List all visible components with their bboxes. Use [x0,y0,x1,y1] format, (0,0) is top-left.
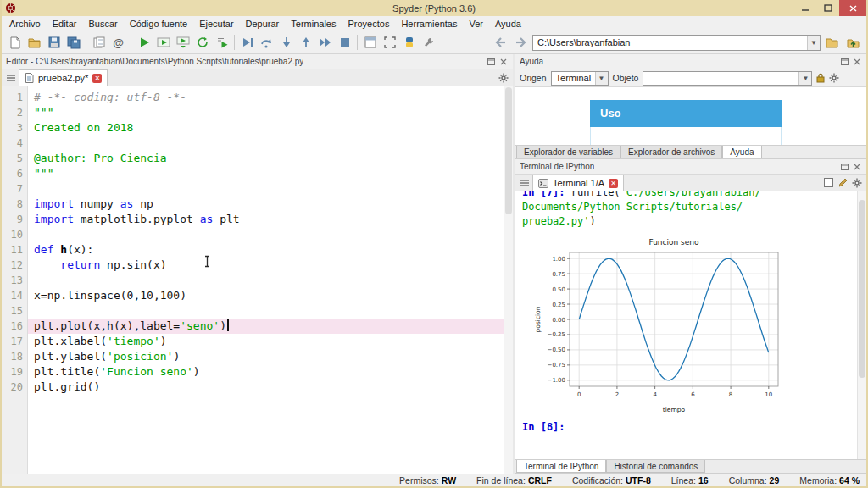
browse-tabs-icon[interactable] [3,70,19,86]
back-button[interactable] [490,33,509,53]
code-line-1[interactable]: # -*- coding: utf-8 -*- [34,90,504,105]
code-line-17[interactable]: plt.xlabel('tiempo') [34,334,504,349]
close-pane-icon[interactable] [500,58,507,65]
parent-directory-button[interactable] [843,33,863,53]
code-line-18[interactable]: plt.ylabel('posicion') [34,349,504,364]
symbol-finder-button[interactable]: @ [108,33,128,53]
tab-ayuda[interactable]: Ayuda [722,146,761,158]
code-line-20[interactable]: plt.grid() [34,380,504,395]
stop-debug-button[interactable] [335,33,354,53]
rerun-cell-button[interactable] [192,33,212,53]
code-line-11[interactable]: def h(x): [34,242,504,258]
console-options-gear-icon[interactable] [852,178,862,188]
run-selection-button[interactable] [212,33,231,53]
menu-terminales[interactable]: Terminales [285,16,342,31]
close-pane-icon[interactable] [854,164,860,170]
code-line-13[interactable] [34,273,504,288]
code-text-area[interactable]: # -*- coding: utf-8 -*-"""Created on 201… [28,86,504,474]
tab-terminal-de-ipython[interactable]: Terminal de IPython [516,460,606,473]
undock-pane-icon[interactable] [841,58,849,65]
code-line-19[interactable]: plt.title('Funcion seno') [34,364,504,380]
console-prompt[interactable]: In [8]: [522,420,866,435]
help-options-gear-icon[interactable] [829,73,839,83]
console-tab-label: Terminal 1/A [553,178,604,188]
code-line-5[interactable]: @author: Pro_Ciencia [34,151,504,166]
step-into-button[interactable] [276,33,296,53]
run-cell-button[interactable] [153,33,173,53]
code-line-12[interactable]: return np.sin(x) [34,258,504,273]
run-file-button[interactable] [134,33,153,53]
preferences-button[interactable] [419,33,438,53]
pythonpath-manager-button[interactable] [399,33,419,53]
forward-button[interactable] [511,33,531,53]
chevron-down-icon[interactable]: ▼ [798,72,811,85]
code-line-2[interactable]: """ [34,105,504,120]
code-line-3[interactable]: Created on 2018 [34,120,504,136]
code-line-15[interactable] [34,303,504,319]
tab-close-icon[interactable]: ✕ [609,179,618,188]
minimize-button[interactable] [793,0,816,16]
back-arrow-icon [493,36,507,48]
console-output-area[interactable]: In [7]: runfile('C:/Users/brayanfabian/D… [515,191,866,459]
tab-explorador-de-archivos[interactable]: Explorador de archivos [620,146,722,158]
tab-close-icon[interactable]: ✕ [92,74,102,83]
new-window-icon[interactable] [824,178,833,187]
editor-pane-title: Editor - C:\Users\brayanfabian\Documents… [6,57,303,66]
editor-scrollbar[interactable] [504,86,513,474]
menu-depurar[interactable]: Depurar [240,16,286,31]
save-file-button[interactable] [44,33,64,53]
code-line-16[interactable]: plt.plot(x,h(x),label='seno') [28,319,504,334]
menu-editar[interactable]: Editar [47,16,83,31]
close-pane-icon[interactable] [854,58,860,65]
run-cell-advance-button[interactable] [173,33,192,53]
menu-ejecutar[interactable]: Ejecutar [193,16,239,31]
menu-proyectos[interactable]: Proyectos [342,16,395,31]
chevron-down-icon[interactable]: ▼ [807,36,820,50]
step-return-button[interactable] [296,33,315,53]
menu-archivo[interactable]: Archivo [3,16,47,31]
open-file-button[interactable] [25,33,44,53]
chevron-down-icon[interactable]: ▼ [595,72,608,85]
step-over-button[interactable] [257,33,276,53]
menu-codigo-fuente[interactable]: Código fuente [124,16,194,31]
file-switcher-button[interactable] [89,33,108,53]
console-scrollbar-thumb[interactable] [859,200,865,378]
debug-file-button[interactable] [237,33,257,53]
code-line-4[interactable] [34,136,504,151]
code-line-10[interactable] [34,227,504,242]
object-combobox[interactable]: ▼ [643,71,812,86]
code-line-8[interactable]: import numpy as np [34,197,504,212]
working-directory-combobox[interactable]: C:\Users\brayanfabian ▼ [532,35,821,51]
continue-execution-button[interactable] [315,33,335,53]
undock-pane-icon[interactable] [841,164,849,170]
menu-ayuda[interactable]: Ayuda [489,16,527,31]
browse-tabs-icon[interactable] [517,175,532,191]
new-file-button[interactable] [5,33,25,53]
lock-icon[interactable] [816,73,825,83]
browse-working-directory-button[interactable] [822,33,842,53]
save-all-button[interactable] [64,33,83,53]
tab-historial-de-comandos[interactable]: Historial de comandos [606,460,705,473]
svg-text:Funcion seno: Funcion seno [648,238,699,247]
menu-herramientas[interactable]: Herramientas [395,16,463,31]
maximize-button[interactable] [816,0,839,16]
code-editor[interactable]: 1234567891011121314151617181920 # -*- co… [2,86,513,474]
pencil-icon[interactable] [837,178,848,188]
menu-buscar[interactable]: Buscar [82,16,123,31]
console-tab-terminal-1a[interactable]: Terminal 1/A ✕ [532,175,624,191]
menu-ver[interactable]: Ver [463,16,489,31]
editor-options-gear-icon[interactable] [498,73,509,83]
editor-scrollbar-thumb[interactable] [505,87,512,214]
code-line-14[interactable]: x=np.linspace(0,10,100) [34,288,504,303]
code-line-7[interactable] [34,181,504,197]
fullscreen-button[interactable] [380,33,399,53]
close-button[interactable] [839,0,866,16]
tab-explorador-de-variables[interactable]: Explorador de variables [516,146,620,158]
editor-tab-prueba2[interactable]: prueba2.py* ✕ [19,69,108,86]
maximize-pane-button[interactable] [360,33,380,53]
code-line-9[interactable]: import matplotlib.pyplot as plt [34,212,504,227]
code-line-6[interactable]: """ [34,166,504,181]
origin-combobox[interactable]: Terminal ▼ [551,71,609,86]
undock-pane-icon[interactable] [487,58,495,65]
console-scrollbar[interactable] [857,191,866,459]
